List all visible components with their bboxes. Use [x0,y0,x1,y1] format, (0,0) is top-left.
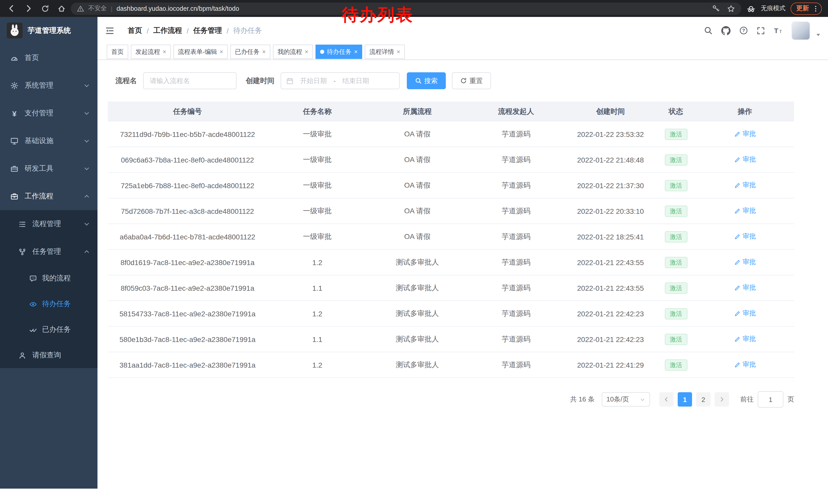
font-size-icon[interactable]: TT [774,27,783,35]
logo-image [7,22,23,39]
process-cell: OA 请假 [367,224,467,249]
date-range-picker[interactable]: - [281,72,400,89]
sidebar-item-my-processes[interactable]: 我的流程 [0,266,97,291]
tab-todo-tasks[interactable]: 待办任务× [316,45,362,59]
sidebar-item-label: 待办任务 [42,300,71,309]
page-size-select[interactable]: 10条/页 [602,392,650,407]
yen-icon: ¥ [10,109,18,118]
home-icon[interactable] [57,4,66,12]
col-actions: 操作 [696,101,794,122]
status-cell: 激活 [656,249,696,275]
sidebar-item-workflow[interactable]: 工作流程 [0,183,97,210]
prev-page-button[interactable] [659,392,673,407]
page-button-2[interactable]: 2 [696,392,710,407]
next-page-button[interactable] [715,392,729,407]
sidebar-item-payment[interactable]: ¥ 支付管理 [0,99,97,127]
approve-link[interactable]: 审批 [734,232,756,241]
sidebar-item-process-management[interactable]: 流程管理 [0,210,97,238]
tab-my-processes[interactable]: 我的流程× [273,45,313,59]
active-dot [320,50,324,54]
avatar[interactable] [792,21,810,40]
end-date-input[interactable] [338,77,374,85]
more-menu-icon[interactable] [812,5,819,12]
sidebar-item-done-tasks[interactable]: 已办任务 [0,317,97,342]
tab-done-tasks[interactable]: 已办任务× [230,45,271,59]
approve-link[interactable]: 审批 [734,283,756,292]
breadcrumb-home[interactable]: 首页 [128,26,142,35]
update-button[interactable]: 更新 [791,2,822,15]
tab-start-process[interactable]: 发起流程× [131,45,171,59]
process-name-input[interactable] [143,72,237,89]
app-logo[interactable]: 芋道管理系统 [0,17,97,44]
close-icon[interactable]: × [262,49,266,55]
collapse-sidebar-icon[interactable] [105,26,114,35]
page-button-1[interactable]: 1 [678,392,692,407]
task-id-cell: 069c6a63-7b8a-11ec-8ef0-acde48001122 [108,147,267,173]
sidebar-item-system[interactable]: 系统管理 [0,72,97,99]
search-button[interactable]: 搜索 [407,72,446,89]
tab-home[interactable]: 首页 [107,45,128,59]
sidebar-item-home[interactable]: 首页 [0,44,97,72]
browser-chrome: 不安全 | dashboard.yudao.iocoder.cn/bpm/tas… [0,0,828,17]
time-cell: 2022-01-22 21:37:30 [565,173,656,198]
back-icon[interactable] [7,4,16,13]
breadcrumb-task-management[interactable]: 任务管理 [194,26,222,35]
search-icon [415,78,422,84]
approve-link[interactable]: 审批 [734,181,756,190]
svg-text:?: ? [742,28,745,33]
time-cell: 2022-01-21 22:43:55 [565,249,656,275]
approve-link[interactable]: 审批 [734,360,756,369]
close-icon[interactable]: × [305,49,308,55]
approve-link[interactable]: 审批 [734,207,756,216]
url-text: dashboard.yudao.iocoder.cn/bpm/task/todo [117,5,239,12]
sidebar-item-leave-query[interactable]: 请假查询 [0,342,97,368]
close-icon[interactable]: × [397,49,400,55]
forward-icon[interactable] [24,4,33,13]
sidebar-item-devtools[interactable]: 研发工具 [0,155,97,183]
goto-page-input[interactable] [758,391,783,408]
breadcrumb-workflow[interactable]: 工作流程 [153,26,182,35]
edit-icon [734,310,741,317]
github-icon[interactable] [721,26,731,35]
search-icon[interactable] [704,26,713,35]
col-process: 所属流程 [367,101,467,122]
tab-process-detail[interactable]: 流程详情× [365,45,405,59]
task-id-cell: 8f059c03-7ac8-11ec-a9e2-a2380e71991a [108,275,267,301]
flow-icon [18,248,26,256]
key-icon[interactable] [712,5,720,12]
approve-link[interactable]: 审批 [734,155,756,164]
refresh-icon[interactable] [41,4,49,12]
sidebar-item-infrastructure[interactable]: 基础设施 [0,127,97,155]
approve-link[interactable]: 审批 [734,334,756,344]
start-date-input[interactable] [295,77,331,85]
approve-label: 审批 [743,334,756,344]
breadcrumb-current: 待办任务 [233,26,262,35]
starter-cell: 芋道源码 [467,326,565,352]
sidebar-item-label: 研发工具 [25,164,53,173]
action-cell: 审批 [696,301,794,326]
tab-form-edit[interactable]: 流程表单-编辑× [173,45,228,59]
avatar-caret-icon[interactable] [816,32,821,37]
fullscreen-icon[interactable] [757,27,765,35]
status-cell: 激活 [656,352,696,378]
close-icon[interactable]: × [163,49,166,55]
help-icon[interactable]: ? [739,26,748,35]
starter-cell: 芋道源码 [467,224,565,249]
close-icon[interactable]: × [219,49,223,55]
task-name-cell: 一级审批 [267,224,367,249]
starter-cell: 芋道源码 [467,198,565,224]
reset-button[interactable]: 重置 [452,72,491,89]
chevron-up-icon [84,194,89,199]
bookmark-star-icon[interactable] [727,4,735,12]
annotation-todo-list: 待办列表 [342,6,413,25]
sidebar-item-label: 基础设施 [25,136,53,146]
approve-link[interactable]: 审批 [734,130,756,139]
sidebar-item-label: 我的流程 [42,274,71,283]
time-cell: 2022-01-21 22:43:55 [565,275,656,301]
app-title: 芋道管理系统 [28,26,71,35]
approve-link[interactable]: 审批 [734,258,756,267]
sidebar-item-task-management[interactable]: 任务管理 [0,238,97,266]
close-icon[interactable]: × [354,49,358,55]
approve-link[interactable]: 审批 [734,309,756,318]
sidebar-item-todo-tasks[interactable]: 待办任务 [0,291,97,317]
